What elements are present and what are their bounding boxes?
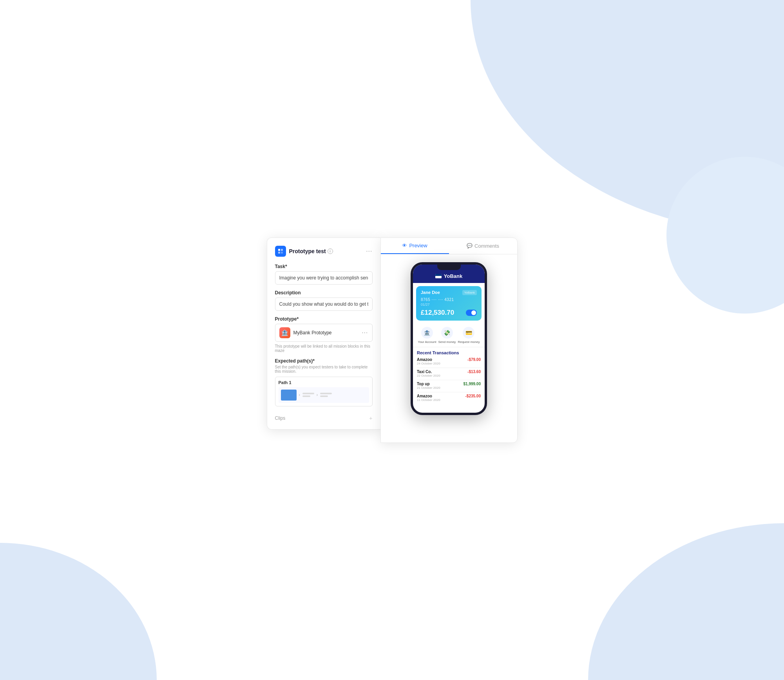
transaction-2-info: Taxi Co. 22 October 2020 xyxy=(417,370,440,377)
path-1-label: Path 1 xyxy=(279,380,369,385)
your-account-label: Your Account xyxy=(418,340,436,344)
svg-rect-1 xyxy=(281,249,283,251)
card-holder-name: Jane Doe xyxy=(421,290,440,295)
card-balance: £12,530.70 xyxy=(421,309,454,317)
balance-value: 12,530.70 xyxy=(424,309,454,316)
phone-notch xyxy=(437,265,461,270)
send-money-label: Send money xyxy=(438,340,456,344)
transaction-2: Taxi Co. 22 October 2020 -$13.60 xyxy=(417,370,481,377)
left-panel: Prototype test i ··· Task* Description P… xyxy=(267,238,380,430)
panel-title-text: Prototype test xyxy=(289,248,326,254)
eye-icon: 👁 xyxy=(402,243,407,248)
transaction-4-amount: -$235.00 xyxy=(465,394,481,398)
path-step-3 xyxy=(320,393,332,397)
panel-title: Prototype test i xyxy=(289,248,333,254)
card-expiry: 01/27 xyxy=(421,303,477,306)
transaction-3-amount: $1,999.00 xyxy=(464,382,481,386)
card-number: 8765 ···· ···· 4321 xyxy=(421,297,477,302)
transaction-3-info: Top up 21 October 2020 xyxy=(417,382,440,390)
action-request-money[interactable]: 💳 Request money xyxy=(458,327,480,344)
transaction-4: Amazoo 11 October 2020 -$235.00 xyxy=(417,394,481,402)
prototype-more-icon[interactable]: ··· xyxy=(362,329,368,336)
clips-label: Clips xyxy=(275,415,286,421)
expected-paths-desc: Set the path(s) you expect testers to ta… xyxy=(275,365,373,374)
transaction-1: Amazoo 24 October 2020 -$79.00 xyxy=(417,357,481,365)
transaction-1-amount: -$79.00 xyxy=(467,357,481,362)
prototype-note: This prototype will be linked to all mis… xyxy=(275,344,373,353)
preview-tabs: 👁 Preview 💬 Comments xyxy=(381,238,517,254)
transaction-1-info: Amazoo 24 October 2020 xyxy=(417,357,440,365)
prototype-name-text: MyBank Prototype xyxy=(293,330,332,335)
transaction-4-info: Amazoo 11 October 2020 xyxy=(417,394,440,402)
transaction-3-name: Top up xyxy=(417,382,440,386)
path-arrow-2: › xyxy=(317,393,318,397)
path-card-1: Path 1 › › xyxy=(275,377,373,406)
card-top-row: Jane Doe YoBank xyxy=(421,290,477,295)
clips-expand-icon[interactable]: + xyxy=(369,415,372,421)
transaction-2-amount: -$13.60 xyxy=(467,370,481,374)
prototype-field-group: Prototype* 🏦 MyBank Prototype ··· This p… xyxy=(275,316,373,353)
send-money-icon: 💸 xyxy=(441,327,453,339)
description-field-group: Description xyxy=(275,290,373,311)
your-account-icon: 🏦 xyxy=(421,327,433,339)
comment-icon: 💬 xyxy=(467,243,473,248)
transaction-4-date: 11 October 2020 xyxy=(417,398,440,402)
transaction-1-name: Amazoo xyxy=(417,357,440,362)
path-arrow-1: › xyxy=(299,393,300,397)
prototype-label: Prototype* xyxy=(275,316,373,322)
tab-preview-label: Preview xyxy=(409,243,427,248)
svg-rect-2 xyxy=(278,252,280,254)
description-input[interactable] xyxy=(275,297,373,311)
phone-mockup: YoBank Jane Doe YoBank 8765 ···· ···· 43… xyxy=(411,262,487,415)
yobank-flag-icon xyxy=(435,274,442,278)
path-line-3 xyxy=(320,393,332,394)
right-panel: 👁 Preview 💬 Comments xyxy=(380,238,518,443)
task-input[interactable] xyxy=(275,271,373,285)
clips-row: Clips + xyxy=(275,412,373,421)
preview-content: YoBank Jane Doe YoBank 8765 ···· ···· 43… xyxy=(381,254,517,442)
description-label: Description xyxy=(275,290,373,296)
transaction-2-date: 22 October 2020 xyxy=(417,374,440,377)
task-label: Task* xyxy=(275,264,373,269)
path-line-4 xyxy=(320,395,328,397)
transaction-3: Top up 21 October 2020 $1,999.00 xyxy=(417,382,481,390)
more-options-icon[interactable]: ··· xyxy=(366,248,372,255)
transaction-1-date: 24 October 2020 xyxy=(417,362,440,365)
path-preview: › › xyxy=(279,387,369,403)
tab-preview[interactable]: 👁 Preview xyxy=(381,238,449,254)
panel-header-left: Prototype test i xyxy=(275,246,333,257)
expected-paths-group: Expected path(s)* Set the path(s) you ex… xyxy=(275,358,373,406)
divider-1 xyxy=(417,368,481,368)
path-step-1 xyxy=(281,390,297,401)
transaction-3-date: 21 October 2020 xyxy=(417,386,440,390)
info-icon[interactable]: i xyxy=(328,248,333,254)
svg-rect-0 xyxy=(278,249,280,251)
bg-decoration-bottom-left xyxy=(0,543,157,680)
path-line-1 xyxy=(302,393,314,394)
expected-paths-label: Expected path(s)* xyxy=(275,358,373,364)
tab-comments[interactable]: 💬 Comments xyxy=(449,238,517,254)
main-container: Prototype test i ··· Task* Description P… xyxy=(267,238,518,443)
bank-card: Jane Doe YoBank 8765 ···· ···· 4321 01/2… xyxy=(416,286,482,321)
transactions-title: Recent Transactions xyxy=(417,350,481,355)
action-send-money[interactable]: 💸 Send money xyxy=(438,327,456,344)
currency-symbol: £ xyxy=(421,309,424,316)
card-toggle[interactable] xyxy=(466,310,477,316)
svg-rect-3 xyxy=(281,252,283,254)
prototype-thumbnail: 🏦 xyxy=(279,327,290,338)
card-bottom-row: £12,530.70 xyxy=(421,309,477,317)
transactions-section: Recent Transactions Amazoo 24 October 20… xyxy=(413,347,485,413)
divider-3 xyxy=(417,392,481,392)
panel-header: Prototype test i ··· xyxy=(275,246,373,257)
transaction-2-name: Taxi Co. xyxy=(417,370,440,374)
action-your-account[interactable]: 🏦 Your Account xyxy=(418,327,436,344)
card-bank-label: YoBank xyxy=(462,290,477,295)
request-money-label: Request money xyxy=(458,340,480,344)
path-step-2 xyxy=(302,393,314,397)
transaction-4-name: Amazoo xyxy=(417,394,440,398)
prototype-selector[interactable]: 🏦 MyBank Prototype ··· xyxy=(275,324,373,342)
phone-screen: YoBank Jane Doe YoBank 8765 ···· ···· 43… xyxy=(413,265,485,413)
toggle-knob xyxy=(471,310,476,315)
yobank-title: YoBank xyxy=(444,273,462,279)
divider-2 xyxy=(417,380,481,380)
